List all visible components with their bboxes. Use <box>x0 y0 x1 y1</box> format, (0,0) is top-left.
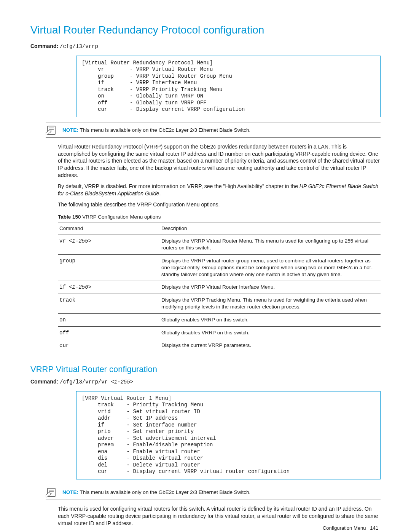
paragraph-1: Virtual Router Redundancy Protocol (VRRP… <box>58 143 381 179</box>
command-path: /cfg/l3/vrrp/vr <1-255> <box>60 379 133 385</box>
table-number: Table 150 <box>58 214 81 220</box>
note-body: This menu is available only on the GbE2c… <box>80 489 251 495</box>
p2-part-a: By default, VRRP is disabled. For more i… <box>58 183 299 189</box>
desc-cell: Globally disables VRRP on this switch. <box>160 326 381 339</box>
desc-cell: Displays the VRRP virtual router group m… <box>160 254 381 281</box>
th-command: Command <box>58 222 160 235</box>
command-path-text: /cfg/l3/vrrp/vr <box>60 379 111 385</box>
footer-page: 141 <box>370 525 378 531</box>
cmd-cell: on <box>58 313 160 326</box>
cmd-text: off <box>59 330 69 336</box>
note-text: NOTE: This menu is available only on the… <box>62 127 250 134</box>
section-title-2: VRRP Virtual Router configuration <box>30 364 381 375</box>
cmd-arg: <1-256> <box>69 284 91 290</box>
desc-cell: Globally enables VRRP on this switch. <box>160 313 381 326</box>
table-row: cur Displays the current VRRP parameters… <box>58 339 381 352</box>
page-footer: Configuration Menu 141 <box>323 525 378 532</box>
cmd-text: cur <box>59 342 69 348</box>
note-block-2: NOTE: This menu is available only on the… <box>46 485 381 500</box>
command-line-1: Command: /cfg/l3/vrrp <box>30 43 381 50</box>
table-caption-text: VRRP Configuration Menu options <box>82 214 161 220</box>
terminal-output-2: [VRRP Virtual Router 1 Menu] track - Pri… <box>76 391 381 479</box>
cmd-text: vr <box>59 238 69 244</box>
cmd-cell: track <box>58 294 160 313</box>
note-icon <box>46 125 57 135</box>
table-row: vr <1-255> Displays the VRRP Virtual Rou… <box>58 235 381 254</box>
paragraph-4: This menu is used for configuring virtua… <box>58 505 381 527</box>
command-path-arg: <1-255> <box>111 379 133 385</box>
note-label: NOTE: <box>62 489 78 495</box>
command-line-2: Command: /cfg/l3/vrrp/vr <1-255> <box>30 378 381 386</box>
command-path: /cfg/l3/vrrp <box>60 43 98 50</box>
page-title: Virtual Router Redundancy Protocol confi… <box>30 23 381 37</box>
command-label: Command: <box>30 43 58 49</box>
desc-cell: Displays the VRRP Virtual Router Menu. T… <box>160 235 381 254</box>
paragraph-2: By default, VRRP is disabled. For more i… <box>58 183 381 197</box>
table-row: on Globally enables VRRP on this switch. <box>58 313 381 326</box>
table-row: off Globally disables VRRP on this switc… <box>58 326 381 339</box>
cmd-text: track <box>59 297 75 303</box>
options-table: Command Description vr <1-255> Displays … <box>58 222 381 352</box>
note-block-1: NOTE: This menu is available only on the… <box>46 123 381 138</box>
desc-cell: Displays the VRRP Virtual Router Interfa… <box>160 281 381 294</box>
th-description: Description <box>160 222 381 235</box>
note-body: This menu is available only on the GbE2c… <box>80 127 251 133</box>
cmd-cell: vr <1-255> <box>58 235 160 254</box>
footer-section: Configuration Menu <box>323 525 366 531</box>
options-tbody: vr <1-255> Displays the VRRP Virtual Rou… <box>58 235 381 352</box>
cmd-cell: cur <box>58 339 160 352</box>
paragraph-3: The following table describes the VRRP C… <box>58 201 381 208</box>
cmd-text: on <box>59 317 66 323</box>
note-label: NOTE: <box>62 127 78 133</box>
note-icon <box>46 487 57 497</box>
cmd-cell: off <box>58 326 160 339</box>
cmd-text: group <box>59 258 75 264</box>
desc-cell: Displays the VRRP Tracking Menu. This me… <box>160 294 381 313</box>
cmd-text: if <box>59 284 69 290</box>
page: Virtual Router Redundancy Protocol confi… <box>0 0 411 532</box>
note-text: NOTE: This menu is available only on the… <box>62 489 250 496</box>
terminal-output-1: [Virtual Router Redundancy Protocol Menu… <box>76 56 381 117</box>
desc-cell: Displays the current VRRP parameters. <box>160 339 381 352</box>
command-label: Command: <box>30 379 58 385</box>
table-caption: Table 150 VRRP Configuration Menu option… <box>58 214 381 220</box>
p2-part-c: . <box>159 190 161 197</box>
cmd-cell: if <1-256> <box>58 281 160 294</box>
cmd-arg: <1-255> <box>69 238 91 244</box>
table-row: group Displays the VRRP virtual router g… <box>58 254 381 281</box>
table-row: if <1-256> Displays the VRRP Virtual Rou… <box>58 281 381 294</box>
table-row: track Displays the VRRP Tracking Menu. T… <box>58 294 381 313</box>
cmd-cell: group <box>58 254 160 281</box>
